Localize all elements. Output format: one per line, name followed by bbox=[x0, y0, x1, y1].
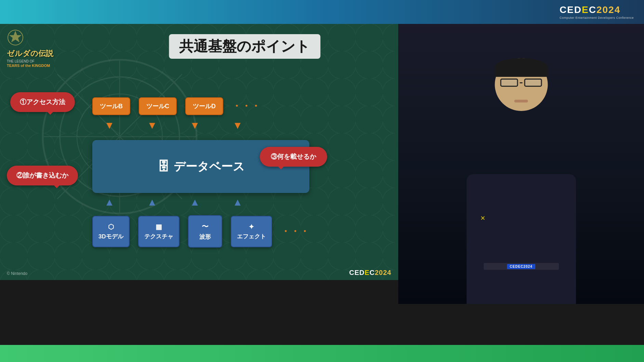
presentation-area: ゼルダの伝説 THE LEGEND OF TEARS of the KINGDO… bbox=[0, 24, 398, 280]
speaker-mouth bbox=[514, 100, 528, 102]
cube-icon: ⬡ bbox=[98, 223, 123, 231]
speaker-figure: CEDEC2024 ✕ bbox=[398, 24, 644, 304]
speaker-body bbox=[467, 174, 576, 304]
asset-box-wave: 〜 波形 bbox=[188, 215, 222, 248]
arrow-down-2: ▼ bbox=[135, 120, 169, 131]
laptop: CEDEC2024 bbox=[484, 263, 559, 270]
arrow-down-1: ▼ bbox=[92, 120, 126, 131]
glass-right bbox=[524, 79, 542, 87]
database-icon: 🗄 bbox=[157, 159, 170, 174]
asset-box-effect: ✦ エフェクト bbox=[231, 216, 272, 247]
arrow-down-4: ▼ bbox=[220, 120, 255, 131]
cedec-badge: CEDEC2024 bbox=[507, 264, 535, 269]
tool-box-c: ツールC bbox=[139, 97, 177, 115]
bubble-write: ②誰が書き込むか bbox=[7, 166, 78, 185]
slide-title: 共通基盤のポイント bbox=[169, 34, 320, 59]
arrow-up-2: ▲ bbox=[135, 196, 169, 208]
arrow-down-3: ▼ bbox=[178, 120, 212, 131]
zelda-title: ゼルダの伝説 bbox=[7, 48, 68, 59]
zelda-game: TEARS of the KINGDOM bbox=[7, 64, 68, 68]
nintendo-copyright: © Nintendo bbox=[7, 271, 27, 276]
asset-row: ⬡ 3Dモデル ▦ テクスチャ 〜 波形 ✦ エフェクト ・・・ bbox=[92, 215, 309, 248]
asset-box-texture: ▦ テクスチャ bbox=[138, 216, 179, 247]
asset-box-3d: ⬡ 3Dモデル bbox=[92, 216, 130, 247]
zelda-emblem-icon bbox=[7, 29, 24, 46]
glass-bridge bbox=[520, 82, 523, 83]
pointer-icon: ✕ bbox=[480, 214, 485, 222]
glass-left bbox=[500, 79, 518, 87]
tool-row: ツールB ツールC ツールD ・・・ bbox=[92, 97, 260, 115]
wave-icon: 〜 bbox=[194, 222, 216, 231]
speaker-head bbox=[495, 58, 548, 111]
arrows-down: ▼ ▼ ▼ ▼ bbox=[92, 120, 255, 131]
cedec-logo-top: CEDEC2024 Computer Entertainment Develop… bbox=[560, 4, 634, 19]
database-text: データベース bbox=[174, 159, 245, 175]
top-bar: CEDEC2024 Computer Entertainment Develop… bbox=[0, 0, 644, 24]
bubble-load: ③何を載せるか bbox=[260, 147, 327, 167]
bubble-access: ①アクセス方法 bbox=[10, 92, 75, 112]
asset-dots: ・・・ bbox=[281, 225, 309, 238]
speaker-glasses bbox=[500, 79, 542, 87]
bottom-bar bbox=[0, 345, 644, 362]
arrow-up-3: ▲ bbox=[178, 196, 212, 208]
database-label: 🗄 データベース bbox=[157, 159, 245, 175]
speaker-hair bbox=[495, 58, 548, 77]
arrow-up-4: ▲ bbox=[220, 196, 255, 208]
zelda-logo: ゼルダの伝説 THE LEGEND OF TEARS of the KINGDO… bbox=[7, 29, 68, 68]
cedec-bottom-logo: CEDEC2024 bbox=[349, 269, 391, 277]
tool-box-b: ツールB bbox=[92, 97, 130, 115]
arrows-up: ▲ ▲ ▲ ▲ bbox=[92, 196, 255, 208]
tool-dots: ・・・ bbox=[232, 100, 260, 113]
tool-box-d: ツールD bbox=[185, 97, 223, 115]
svg-marker-8 bbox=[9, 31, 22, 42]
zelda-subtitle: THE LEGEND OF bbox=[7, 59, 68, 63]
webcam-area: CEDEC2024 ✕ bbox=[398, 24, 644, 304]
effect-icon: ✦ bbox=[237, 223, 266, 231]
arrow-up-1: ▲ bbox=[92, 196, 126, 208]
texture-icon: ▦ bbox=[144, 223, 173, 231]
